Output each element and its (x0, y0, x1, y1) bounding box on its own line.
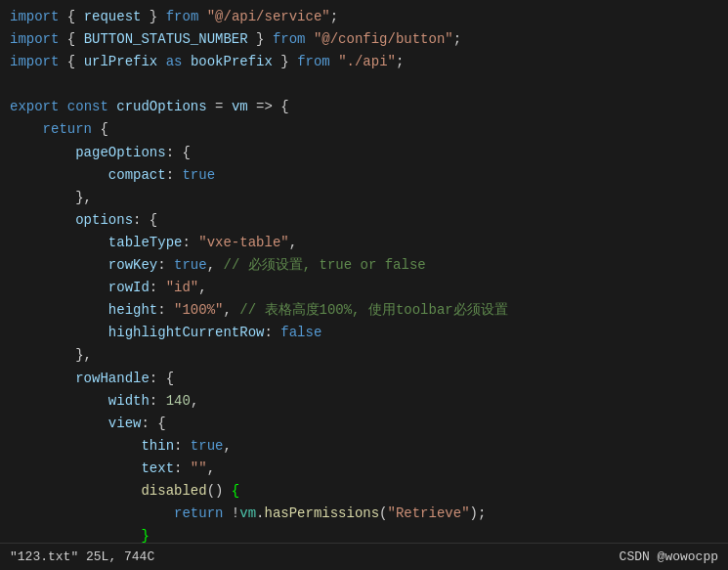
code-line: return { (10, 118, 728, 141)
code-line: import { request } from "@/api/service"; (10, 6, 728, 28)
code-line: disabled() { (10, 480, 728, 503)
code-line: tableType: "vxe-table", (10, 232, 728, 254)
code-line: return !vm.hasPermissions("Retrieve"); (10, 503, 728, 525)
code-line: rowId: "id", (10, 277, 728, 299)
code-content[interactable]: import { request } from "@/api/service";… (0, 0, 728, 543)
code-editor: import { request } from "@/api/service";… (0, 0, 728, 570)
code-line: } (10, 525, 728, 543)
author-info: CSDN @wowocpp (620, 549, 718, 564)
status-bar: "123.txt" 25L, 744C CSDN @wowocpp (0, 543, 728, 570)
code-line: text: "", (10, 458, 728, 480)
code-line: }, (10, 344, 728, 367)
code-line: height: "100%", // 表格高度100%, 使用toolbar必须… (10, 299, 728, 322)
code-line: highlightCurrentRow: false (10, 322, 728, 344)
code-line: width: 140, (10, 390, 728, 413)
code-line: compact: true (10, 164, 728, 187)
code-line: }, (10, 187, 728, 209)
code-line: view: { (10, 413, 728, 435)
code-line: rowKey: true, // 必须设置, true or false (10, 254, 728, 277)
code-line: pageOptions: { (10, 142, 728, 164)
code-line: options: { (10, 209, 728, 232)
code-line: rowHandle: { (10, 368, 728, 390)
code-line (10, 73, 728, 96)
code-line: import { BUTTON_STATUS_NUMBER } from "@/… (10, 28, 728, 51)
file-info: "123.txt" 25L, 744C (10, 549, 154, 564)
code-line: export const crudOptions = vm => { (10, 96, 728, 118)
code-line: import { urlPrefix as bookPrefix } from … (10, 51, 728, 73)
code-line: thin: true, (10, 435, 728, 458)
